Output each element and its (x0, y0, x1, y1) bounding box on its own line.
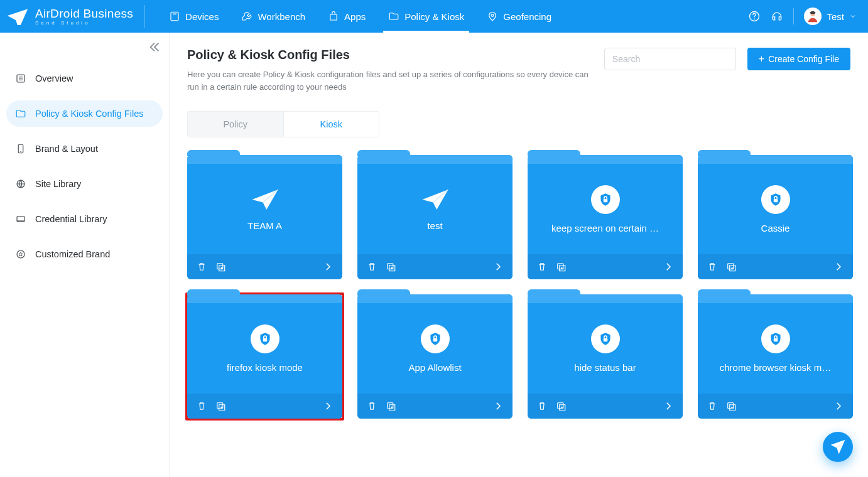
sidebar-item-customized-brand[interactable]: Customized Brand (6, 241, 163, 267)
svg-point-8 (20, 151, 21, 153)
headset-icon (771, 10, 783, 23)
open-button[interactable] (492, 261, 504, 272)
topnav: AirDroid Business Sand Studio Devices Wo… (0, 0, 868, 33)
nav-apps[interactable]: Apps (317, 0, 377, 33)
trash-icon (707, 261, 718, 272)
brand-logo[interactable]: AirDroid Business Sand Studio (6, 5, 145, 28)
sidebar-item-overview[interactable]: Overview (6, 65, 163, 92)
config-card[interactable]: Cassie (698, 155, 853, 279)
copy-button[interactable] (215, 261, 226, 272)
trash-icon (196, 400, 207, 412)
delete-button[interactable] (536, 261, 548, 272)
folder-icon (388, 11, 399, 22)
chevron-right-icon (663, 400, 674, 412)
card-icon (591, 185, 620, 214)
open-button[interactable] (833, 400, 844, 412)
sidebar-item-credential-library[interactable]: Credential Library (6, 206, 163, 232)
delete-button[interactable] (536, 400, 548, 412)
tab-policy[interactable]: Policy (188, 112, 283, 137)
copy-button[interactable] (215, 400, 226, 412)
card-center: chrome browser kiosk m… (698, 294, 853, 394)
chevron-right-icon (833, 400, 844, 412)
card-name: App Allowlist (408, 362, 461, 373)
config-card[interactable]: App Allowlist (357, 294, 513, 419)
trash-icon (366, 261, 377, 272)
credential-icon (15, 213, 26, 225)
main-nav: Devices Workbench Apps Policy & Kiosk Ge… (158, 0, 563, 33)
open-button[interactable] (322, 400, 334, 412)
nav-devices[interactable]: Devices (158, 0, 230, 33)
svg-point-4 (754, 18, 756, 19)
support-button[interactable] (771, 10, 783, 23)
sidebar: Overview Policy & Kiosk Config Files Bra… (0, 33, 170, 477)
sidebar-item-site-library[interactable]: Site Library (6, 171, 163, 197)
delete-button[interactable] (366, 400, 377, 412)
config-card[interactable]: hide status bar (528, 294, 683, 419)
card-name: firefox kiosk mode (227, 362, 303, 373)
collapse-sidebar-button[interactable] (148, 40, 161, 54)
config-card[interactable]: keep screen on certain … (528, 155, 683, 279)
delete-button[interactable] (196, 261, 207, 272)
card-name: keep screen on certain … (551, 223, 659, 233)
delete-button[interactable] (707, 261, 718, 272)
plane-icon (6, 8, 29, 25)
plane-icon (251, 188, 279, 212)
config-card[interactable]: chrome browser kiosk m… (698, 294, 853, 419)
user-name: Test (827, 11, 844, 22)
copy-plus-icon (385, 261, 396, 272)
copy-plus-icon (385, 400, 396, 412)
create-config-button[interactable]: + Create Config File (747, 48, 850, 70)
card-name: hide status bar (574, 362, 636, 373)
config-card[interactable]: TEAM A (187, 155, 342, 279)
lock-icon (257, 331, 273, 347)
list-icon (15, 73, 26, 84)
nav-policy-kiosk-label: Policy & Kiosk (404, 11, 464, 22)
config-card[interactable]: test (357, 155, 513, 279)
lock-icon (597, 331, 614, 347)
copy-button[interactable] (555, 261, 567, 272)
copy-button[interactable] (725, 400, 737, 412)
tab-kiosk[interactable]: Kiosk (283, 112, 379, 137)
copy-button[interactable] (385, 400, 396, 412)
config-card[interactable]: firefox kiosk mode (187, 294, 342, 419)
nav-geofencing[interactable]: Geofencing (475, 0, 563, 33)
sidebar-item-policy-kiosk-config[interactable]: Policy & Kiosk Config Files (6, 100, 163, 127)
card-body: TEAM A (187, 155, 342, 279)
card-footer (357, 394, 513, 419)
trash-icon (196, 261, 207, 272)
lock-icon (427, 331, 443, 347)
sidebar-item-brand-layout[interactable]: Brand & Layout (6, 136, 163, 162)
trash-icon (366, 400, 377, 412)
user-menu[interactable]: Test (804, 8, 857, 25)
delete-button[interactable] (707, 400, 718, 412)
avatar (804, 8, 822, 25)
star-burst-icon (15, 249, 26, 260)
nav-policy-kiosk[interactable]: Policy & Kiosk (377, 0, 475, 33)
fab-send[interactable] (823, 432, 853, 462)
help-button[interactable] (748, 10, 761, 23)
svg-rect-1 (173, 14, 176, 15)
open-button[interactable] (663, 261, 674, 272)
card-center: firefox kiosk mode (187, 294, 342, 394)
open-button[interactable] (833, 261, 844, 272)
search-input[interactable] (604, 48, 736, 70)
avatar-icon (806, 9, 820, 23)
nav-workbench[interactable]: Workbench (230, 0, 317, 33)
tabs: Policy Kiosk (187, 111, 379, 137)
open-button[interactable] (492, 400, 504, 412)
card-footer (698, 254, 853, 279)
card-body: hide status bar (528, 294, 683, 419)
card-center: keep screen on certain … (528, 155, 683, 254)
brand-text: AirDroid Business Sand Studio (35, 8, 133, 26)
delete-button[interactable] (196, 400, 207, 412)
delete-button[interactable] (366, 261, 377, 272)
card-footer (357, 254, 513, 279)
copy-button[interactable] (385, 261, 396, 272)
open-button[interactable] (322, 261, 334, 272)
copy-button[interactable] (555, 400, 567, 412)
card-name: TEAM A (247, 220, 282, 231)
open-button[interactable] (663, 400, 674, 412)
card-body: App Allowlist (357, 294, 513, 419)
card-footer (698, 394, 853, 419)
copy-button[interactable] (725, 261, 737, 272)
